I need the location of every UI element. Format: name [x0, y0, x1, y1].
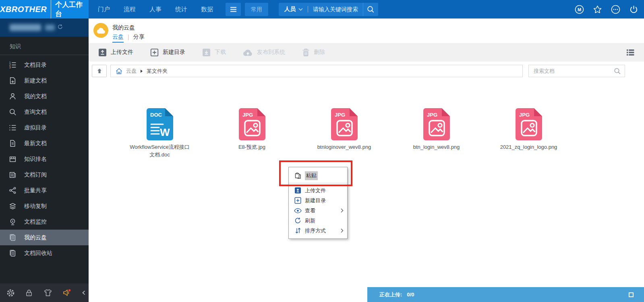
context-menu-item[interactable]: 新建目录: [289, 195, 347, 205]
apps-menu-button[interactable]: [226, 3, 241, 16]
context-menu-item[interactable]: 排序方式: [289, 226, 347, 236]
file-grid: DOCW WorkflowService流程接口文档.doc JPG E8-预览…: [89, 108, 644, 158]
sidebar-section-label: 知识: [0, 37, 89, 50]
quick-access-button[interactable]: 常用: [245, 3, 268, 16]
sidebar-item[interactable]: 批量共享: [0, 183, 89, 198]
context-menu: 粘贴 上传文件 新建目录 查看 刷新: [288, 167, 348, 239]
user-block[interactable]: [0, 18, 89, 37]
upload-status-label: 正在上传:: [379, 291, 402, 298]
tab-drive[interactable]: 云盘: [112, 33, 124, 41]
tab-share[interactable]: 分享: [133, 33, 145, 41]
breadcrumb[interactable]: 云盘 某文件夹: [110, 65, 523, 77]
home-icon[interactable]: [116, 68, 122, 74]
redacted-user-badge: [45, 25, 55, 31]
nav-item[interactable]: 人事: [143, 0, 168, 18]
file-item[interactable]: DOCW WorkflowService流程接口文档.doc: [114, 108, 206, 158]
main-content: 我的云盘 云盘 | 分享 上传文件 新建目录: [89, 18, 644, 302]
search-icon: [367, 6, 375, 13]
tab-divider: |: [128, 34, 129, 40]
svg-text:JPG: JPG: [427, 112, 437, 118]
file-item[interactable]: JPG E8-预览.jpg: [206, 108, 298, 158]
toolbar-button[interactable]: 上传文件: [98, 48, 133, 57]
sidebar-item[interactable]: 新建文档: [0, 73, 89, 88]
refresh-icon: [294, 217, 302, 224]
download-icon: [202, 48, 211, 57]
nav-item[interactable]: 门户: [91, 0, 117, 18]
m-badge-icon[interactable]: M: [575, 5, 584, 14]
sidebar-item[interactable]: 查询文档: [0, 104, 89, 120]
global-search: 人员: [279, 3, 378, 16]
shirt-icon[interactable]: [43, 289, 52, 297]
jpg-file-icon: JPG: [331, 108, 358, 140]
sidebar-menu: 123 文档目录 新建文档 我的文档 查询文档: [0, 57, 89, 261]
publish-icon: [243, 49, 253, 56]
sidebar-item[interactable]: 我的云盘: [0, 230, 89, 245]
context-menu-item[interactable]: 刷新: [289, 216, 347, 226]
sidebar-item[interactable]: 文档订阅: [0, 167, 89, 183]
search-scope-dropdown[interactable]: 人员: [279, 6, 308, 13]
star-icon[interactable]: [593, 5, 602, 14]
sidebar-bottom-bar: [0, 284, 89, 302]
nav-item[interactable]: 数据: [194, 0, 220, 18]
crumb-caret-icon: [140, 69, 143, 73]
context-menu-item[interactable]: 粘贴: [289, 168, 347, 183]
context-menu-item[interactable]: 查看: [289, 205, 347, 216]
search-doc-icon: [8, 108, 17, 116]
document-search-input[interactable]: [533, 68, 614, 74]
sidebar-item[interactable]: 我的文档: [0, 88, 89, 104]
breadcrumb-current[interactable]: 某文件夹: [147, 68, 168, 75]
up-level-button[interactable]: [92, 65, 107, 77]
nav-item[interactable]: 流程: [117, 0, 143, 18]
upload-status-bar: 正在上传: 0/0: [367, 287, 644, 302]
new-folder-icon: [150, 48, 159, 57]
svg-text:JPG: JPG: [519, 112, 530, 118]
breadcrumb-bar: 云盘 某文件夹: [89, 62, 644, 80]
toolbar-button[interactable]: 新建目录: [150, 48, 185, 57]
toolbar-button[interactable]: 发布到系统: [243, 48, 285, 57]
nav-item[interactable]: 统计: [168, 0, 194, 18]
sidebar-item[interactable]: 知识排名: [0, 151, 89, 167]
file-item[interactable]: JPG btn_login_wev8.png: [390, 108, 482, 158]
sidebar-item[interactable]: 文档回收站: [0, 245, 89, 261]
toolbar-button[interactable]: 下载: [202, 48, 226, 57]
brand-logo[interactable]: XBROTHER 个人工作台: [0, 0, 89, 18]
bullet-list-icon: [8, 124, 17, 131]
file-item[interactable]: JPG 2021_zq_login_logo.png: [482, 108, 575, 158]
global-search-input[interactable]: [308, 6, 363, 12]
breadcrumb-root[interactable]: 云盘: [126, 68, 137, 75]
hamburger-icon: [230, 7, 237, 12]
sidebar-item[interactable]: 文档监控: [0, 214, 89, 230]
upload-filled-icon: [98, 48, 107, 57]
global-search-button[interactable]: [363, 3, 378, 16]
layers-icon: [8, 202, 17, 210]
lock-icon[interactable]: [25, 289, 33, 297]
collapse-panel-icon[interactable]: [629, 292, 634, 297]
copy-doc-icon: [8, 234, 17, 241]
sidebar-item[interactable]: 123 文档目录: [0, 57, 89, 73]
toolbar-button[interactable]: 删除: [302, 48, 325, 57]
recycle-icon: [8, 249, 17, 257]
upload-sq-icon: [294, 187, 302, 194]
more-icon[interactable]: [611, 5, 620, 14]
document-search: [528, 65, 625, 77]
workspace-title: 个人工作台: [51, 0, 89, 18]
svg-text:JPG: JPG: [242, 112, 253, 118]
document-search-button[interactable]: [614, 68, 621, 75]
gear-icon[interactable]: [6, 289, 15, 297]
sidebar-item[interactable]: 最新文档: [0, 136, 89, 151]
plus-sq-icon: [294, 197, 302, 204]
file-name: btnloginover_wev8.png: [317, 143, 371, 151]
sidebar-item[interactable]: 移动复制: [0, 198, 89, 214]
sidebar-item[interactable]: 虚拟目录: [0, 120, 89, 136]
speaker-icon[interactable]: [62, 288, 72, 297]
file-item[interactable]: JPG btnloginover_wev8.png: [298, 108, 390, 158]
document-icon: [8, 140, 17, 147]
file-toolbar: 上传文件 新建目录 下载 发布到系统: [89, 43, 644, 62]
svg-text:3: 3: [9, 66, 11, 69]
list-view-toggle[interactable]: [626, 49, 634, 56]
up-arrow-icon: [97, 68, 102, 74]
context-menu-item[interactable]: 上传文件: [289, 185, 347, 195]
power-icon[interactable]: [629, 5, 638, 14]
redacted-user-name: [10, 24, 41, 31]
collapse-icon[interactable]: [82, 290, 85, 295]
